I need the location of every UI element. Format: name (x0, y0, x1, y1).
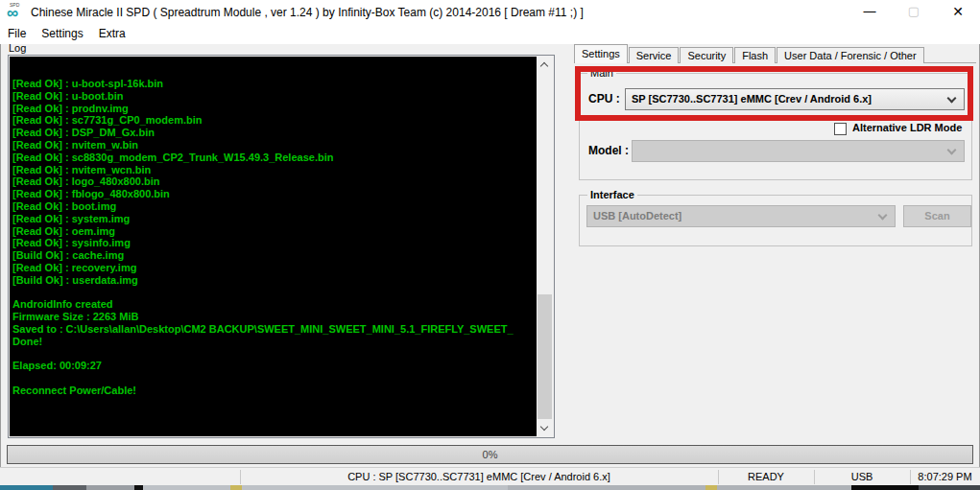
chevron-down-icon (878, 211, 888, 221)
log-line: Done! (12, 336, 533, 348)
cpu-select[interactable]: SP [SC7730..SC7731] eMMC [Crev / Android… (625, 88, 965, 110)
cpu-select-value: SP [SC7730..SC7731] eMMC [Crev / Android… (632, 93, 872, 105)
menu-bar: File Settings Extra (0, 25, 980, 44)
model-label: Model : (588, 144, 629, 157)
log-line: [Build Ok] : cache.img (12, 249, 533, 262)
taskbar-segment (919, 485, 980, 490)
log-line: [Read Ok] : sc8830g_modem_CP2_Trunk_W15.… (12, 152, 533, 164)
taskbar-segment (53, 485, 86, 490)
scroll-up-icon[interactable] (537, 57, 553, 73)
interface-port-select: USB [AutoDetect] (586, 205, 896, 227)
log-line (12, 372, 533, 385)
taskbar-segment (86, 485, 134, 490)
taskbar-segment (851, 485, 919, 490)
log-line: AndroidInfo created (12, 298, 533, 311)
log-line: [Read Ok] : system.img (12, 213, 533, 225)
window-controls: — ▢ ✕ (848, 0, 980, 25)
log-line: [Read Ok] : DSP_DM_Gx.bin (12, 127, 533, 139)
menu-extra[interactable]: Extra (99, 25, 135, 44)
interface-port-value: USB [AutoDetect] (593, 210, 681, 222)
maximize-button: ▢ (892, 0, 936, 25)
progress-bar: 0% (7, 445, 973, 464)
log-line: [Read Ok] : nvitem_wcn.bin (12, 164, 533, 176)
log-scrollbar[interactable] (537, 57, 553, 436)
scroll-down-icon[interactable] (537, 420, 553, 436)
app-window: SPD ∞ Chinese Miracle II SPD ( Spreadtru… (0, 0, 980, 490)
alternative-ldr-mode-checkbox[interactable] (834, 123, 847, 135)
log-line: [Read Ok] : sc7731g_CP0_modem.bin (12, 114, 533, 127)
chevron-down-icon (947, 94, 957, 104)
log-line (12, 287, 533, 299)
taskbar-segment (705, 485, 717, 490)
status-bar: CPU : SP [SC7730..SC7731] eMMC [Crev / A… (0, 467, 980, 485)
chevron-down-icon (947, 146, 957, 155)
log-line: [Build Ok] : userdata.img (12, 274, 533, 287)
taskbar-segment (230, 485, 242, 490)
tab-security[interactable]: Security (680, 47, 733, 63)
log-line: Reconnect Power/Cable! (12, 385, 533, 397)
model-select (632, 140, 965, 162)
menu-settings[interactable]: Settings (41, 25, 92, 44)
chevron-down-icon (540, 423, 548, 431)
log-line: [Read Ok] : u-boot-spl-16k.bin (12, 78, 533, 90)
taskbar-segment (143, 485, 508, 490)
close-button[interactable]: ✕ (936, 0, 980, 25)
log-group-label: Log (9, 42, 26, 54)
tab-service[interactable]: Service (629, 47, 680, 63)
taskbar-segment (0, 485, 53, 490)
taskbar-sliver (0, 485, 980, 490)
log-line: [Read Ok] : u-boot.bin (12, 90, 533, 103)
scrollbar-thumb[interactable] (538, 294, 552, 419)
status-state: READY (718, 468, 814, 486)
status-clock: 8:07:29 PM (910, 468, 980, 486)
title-bar: SPD ∞ Chinese Miracle II SPD ( Spreadtru… (0, 0, 980, 25)
tab-settings[interactable]: Settings (574, 44, 628, 63)
log-line: Elapsed: 00:09:27 (12, 360, 533, 372)
window-title: Chinese Miracle II SPD ( Spreadtrum Modu… (31, 0, 584, 25)
status-connection: USB (814, 468, 910, 486)
status-cpu: CPU : SP [SC7730..SC7731] eMMC [Crev / A… (240, 468, 718, 486)
log-line: [Read Ok] : fblogo_480x800.bin (12, 188, 533, 200)
log-line: Firmware Size : 2263 MiB (12, 311, 533, 323)
tab-flash[interactable]: Flash (734, 47, 776, 63)
main-group-label: Main (587, 67, 616, 79)
log-line: [Read Ok] : boot.img (12, 200, 533, 213)
cpu-label: CPU : (588, 92, 620, 105)
infinity-glyph: ∞ (7, 4, 18, 23)
minimize-button[interactable]: — (848, 0, 892, 25)
log-line: [Read Ok] : logo_480x800.bin (12, 175, 533, 188)
interface-group-label: Interface (587, 189, 637, 200)
log-line: [Read Ok] : oem.img (12, 225, 533, 238)
taskbar-segment (134, 485, 143, 490)
app-logo-infinity-icon: SPD ∞ (7, 3, 28, 22)
log-panel: [Read Ok] : u-boot-spl-16k.bin [Read Ok]… (8, 55, 555, 438)
log-console: [Read Ok] : u-boot-spl-16k.bin [Read Ok]… (10, 57, 537, 436)
chevron-up-icon (540, 62, 548, 70)
scan-button: Scan (903, 205, 971, 227)
log-line (12, 348, 533, 361)
tab-strip: Settings Service Security Flash User Dat… (574, 44, 925, 63)
menu-file[interactable]: File (8, 25, 36, 44)
log-line: [Read Ok] : sysinfo.img (12, 237, 533, 249)
log-line: Saved to : C:\Users\allan\Desktop\CM2 BA… (12, 323, 533, 336)
alternative-ldr-mode-label: Alternative LDR Mode (852, 122, 962, 133)
log-line: [Read Ok] : prodnv.img (12, 103, 533, 115)
log-line: [Read Ok] : recovery.img (12, 262, 533, 274)
tab-user-data-forensic-other[interactable]: User Data / Forensic / Other (777, 47, 924, 63)
log-line: [Read Ok] : nvitem_w.bin (12, 139, 533, 152)
